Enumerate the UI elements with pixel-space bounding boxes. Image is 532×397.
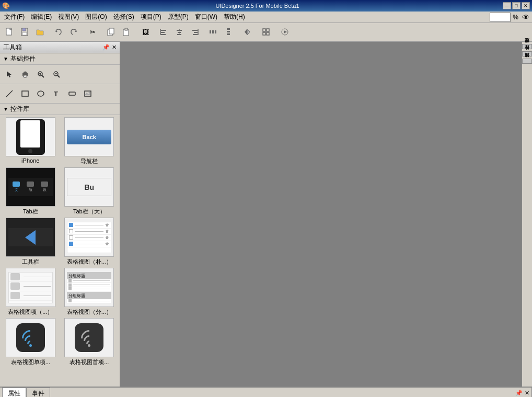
svg-marker-37 [7,71,11,77]
basic-controls-arrow: ▼ [3,56,8,62]
svg-rect-23 [210,30,211,33]
image-insert-button[interactable]: 🖼 [138,25,153,39]
align-center-button[interactable] [172,25,187,39]
basic-controls-label: 基础控件 [10,54,36,63]
play-button[interactable] [277,25,292,39]
tableview-first-thumb [64,318,114,357]
undo-button[interactable] [51,25,66,39]
tableview-item-control[interactable]: 表格视图项（...） [2,268,59,316]
distribute-v-button[interactable] [221,25,236,39]
preview-eye-icon[interactable]: 👁 [521,13,531,22]
tableview-first-label: 表格视图首项... [70,358,109,366]
menu-layer[interactable]: 图层(O) [82,12,110,22]
tab-events[interactable]: 事件 [26,388,50,398]
tableview-thumb-container [64,218,114,257]
svg-rect-33 [263,32,265,35]
svg-rect-26 [227,28,230,30]
tableview-single-control[interactable]: 表格视图单项... [2,318,59,366]
svg-rect-11 [161,30,166,31]
menu-help[interactable]: 帮助(H) [221,12,248,22]
svg-rect-4 [22,32,27,35]
image-tool[interactable] [80,86,95,101]
svg-rect-10 [125,28,128,30]
open-button[interactable] [32,25,47,39]
toolbox-pin-button[interactable]: 📌 [102,44,110,51]
props-pin-button[interactable]: 📌 [515,390,523,396]
svg-marker-55 [105,236,109,239]
ellipse-tool[interactable] [33,86,48,101]
menu-prototype[interactable]: 原型(P) [165,12,192,22]
cut-button[interactable]: ✂ [85,25,100,39]
svg-line-41 [42,75,44,77]
menu-file[interactable]: 文件(F) [1,12,28,22]
right-panel-icon-1[interactable]: 层管理 [522,44,532,49]
svg-rect-12 [161,32,165,33]
controls-grid: iPhone Back 导航栏 文 项 设 [0,115,120,368]
input-tool[interactable] [65,86,79,101]
menu-project[interactable]: 项目(P) [137,12,165,22]
new-button[interactable] [2,25,17,39]
bottom-panel: 属性 事件 📌 ✕ [0,387,532,397]
paste-button[interactable] [119,25,134,39]
tableview-item-label: 表格视图项（...） [8,308,53,316]
align-right-button[interactable] [187,25,202,39]
svg-point-47 [38,91,44,96]
svg-line-45 [6,90,13,97]
tableview-control[interactable]: 表格视图（朴...） [61,218,118,266]
pointer-tool[interactable] [2,67,17,82]
right-panel-icon-3[interactable]: 属性箱 [522,59,532,64]
zoom-in-tool[interactable] [33,67,48,82]
tableview-first-control[interactable]: 表格视图首项... [61,318,118,366]
tabbar-large-label: Tab栏（大） [73,208,106,215]
zoom-fit-button[interactable] [259,25,273,39]
toolbar-control[interactable]: 工具栏 [2,218,59,266]
menu-view[interactable]: 视图(V) [55,12,82,22]
hand-tool[interactable] [18,67,32,82]
canvas-area[interactable] [120,42,522,387]
align-left-button[interactable] [157,25,171,39]
svg-rect-31 [263,29,265,31]
toolbox-header: 工具箱 📌 ✕ [0,42,120,53]
text-tool[interactable]: T [49,86,64,101]
toolbar: ✂ 🖼 [0,23,532,42]
navbar-label: 导航栏 [80,157,98,165]
zoom-input[interactable] [490,13,511,22]
tab-properties[interactable]: 属性 [2,388,26,398]
menu-edit[interactable]: 编辑(E) [28,12,55,22]
title-bar: 🎨 UIDesigner 2.5 For Mobile Beta1 ─ □ ✕ [0,0,532,12]
iphone-thumb [6,117,55,156]
close-button[interactable]: ✕ [522,2,530,9]
menu-select[interactable]: 选择(S) [110,12,137,22]
control-library-section-header[interactable]: ▼ 控件库 [0,104,120,115]
flip-h-button[interactable] [240,25,255,39]
zoom-out-tool[interactable] [49,67,64,82]
tabbar-label: Tab栏 [23,208,38,215]
right-panel-icon-2[interactable]: 控件库 [522,51,532,56]
maximize-button[interactable]: □ [512,2,521,9]
props-close-button[interactable]: ✕ [525,390,529,396]
menu-window[interactable]: 窗口(W) [192,12,221,22]
save-button[interactable] [17,25,32,39]
tableview-section-control[interactable]: 分组标题 分组标题 表格视图（分...） [61,268,118,316]
properties-panel-controls: 📌 ✕ [515,390,529,396]
svg-line-44 [57,75,60,77]
svg-rect-21 [193,34,198,35]
tableview-single-thumb [6,318,55,357]
distribute-h-button[interactable] [206,25,221,39]
toolbar-label: 工具栏 [22,258,39,266]
rect-tool[interactable] [18,86,32,101]
navbar-control[interactable]: Back 导航栏 [61,117,118,165]
navbar-thumb: Back [64,117,114,156]
zoom-percent-label: % [513,14,518,21]
tabbar-large-control[interactable]: Bu Tab栏（大） [61,167,118,215]
svg-rect-8 [109,28,114,34]
copy-button[interactable] [104,25,119,39]
svg-marker-6 [75,30,76,32]
basic-controls-section-header[interactable]: ▼ 基础控件 [0,53,120,65]
toolbox-close-button[interactable]: ✕ [112,44,117,51]
redo-button[interactable] [66,25,81,39]
minimize-button[interactable]: ─ [503,2,511,9]
iphone-control[interactable]: iPhone [2,117,59,165]
tabbar-control[interactable]: 文 项 设 Tab栏 [2,167,59,215]
line-tool[interactable] [2,86,17,101]
